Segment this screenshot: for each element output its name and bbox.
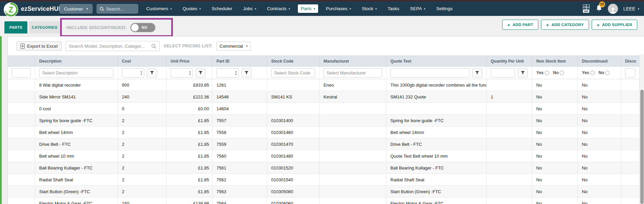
grid-filter-row: ▲▼▲▼▲▼YesNoYesNo [8, 67, 644, 79]
nav-item-contracts[interactable]: Contracts▾ [264, 4, 293, 13]
grid-search-input[interactable] [69, 44, 151, 49]
column-header-discontinued[interactable]: Discontinued [578, 56, 621, 66]
cell-quantity-per-unit: 1 [487, 91, 532, 103]
filter-funnel-button[interactable] [196, 68, 206, 77]
cell-unit-price: £1.85 [166, 174, 212, 185]
nav-item-customers[interactable]: Customers▾ [143, 4, 175, 13]
table-row[interactable]: Electric Motor & Gear -FTC150£138.987564… [8, 198, 644, 204]
cell-cost: 2 [118, 138, 166, 150]
filter-input[interactable] [324, 68, 382, 77]
global-search[interactable] [97, 4, 138, 14]
nav-item-label: Tasks [388, 6, 400, 11]
column-header-manufacturer[interactable]: Manufacturer [319, 56, 386, 66]
nav-item-parts[interactable]: Parts▾ [298, 4, 318, 13]
nav-item-stock[interactable]: Stock▾ [359, 4, 380, 13]
column-header-description[interactable]: Description [35, 56, 118, 66]
filter-input[interactable] [271, 68, 315, 77]
app-logo[interactable]: Z [3, 2, 19, 17]
table-row[interactable]: Drive Belt - FTC2£1.857559010301470Drive… [8, 138, 644, 150]
cell-stock-code [267, 103, 319, 114]
spinner-arrows[interactable]: ▲▼ [189, 70, 191, 75]
table-row[interactable]: Ball Bearing Kullager - FTC2£1.857561010… [8, 162, 644, 174]
cell-quantity-per-unit [487, 174, 532, 185]
radio-button-no[interactable] [605, 71, 610, 75]
row-filter-input[interactable] [12, 68, 31, 77]
cell-stock-code: 010301480 [267, 150, 319, 162]
table-row[interactable]: 0 cost0£0.0014604NoNo [8, 103, 644, 115]
table-row[interactable]: Radial Shaft Seal2£1.857562010301540Radi… [8, 174, 644, 186]
vat-calculator-icon[interactable]: +−×= VAT [582, 4, 590, 13]
nav-item-label: Contracts [267, 6, 287, 11]
filter-input[interactable] [39, 68, 113, 77]
add-button-add-supplier[interactable]: +ADD SUPPLIER [592, 20, 637, 30]
cell-part-id: 7562 [212, 174, 267, 185]
cell-non-stock-item: No [532, 174, 578, 185]
table-row[interactable]: Spring for bone guide -FTC2£1.8575570103… [8, 115, 644, 127]
spinner-arrows[interactable]: ▲▼ [235, 70, 237, 75]
cell-non-stock-item: No [532, 91, 578, 103]
cell-stock-code: 010301460 [267, 127, 319, 138]
vertical-scrollbar[interactable] [639, 54, 644, 204]
nav-item-jobs[interactable]: Jobs▾ [240, 4, 259, 13]
table-row[interactable]: 8 Wat digital recorder900£833.851261Eneo… [8, 79, 644, 91]
search-icon [151, 44, 156, 49]
cell-disco [621, 91, 640, 103]
column-header-disco[interactable]: Disco [621, 56, 640, 66]
table-row[interactable]: Belt wheel 14mm2£1.857558010301460Belt w… [8, 127, 644, 138]
nav-item-sepa[interactable]: SEPA▾ [407, 4, 429, 13]
cell-manufacturer [319, 174, 386, 185]
column-header-unit-price[interactable]: Unit Price [166, 56, 212, 66]
filter-funnel-button[interactable] [241, 68, 252, 77]
grid-search-box[interactable] [66, 41, 160, 51]
column-header-rowhandle[interactable] [8, 56, 35, 66]
spinner-arrows[interactable]: ▲▼ [140, 70, 143, 75]
filter-funnel-button[interactable] [472, 68, 482, 77]
column-header-stock-code[interactable]: Stock Code [267, 56, 319, 66]
add-button-add-category[interactable]: +ADD CATEGORY [541, 20, 589, 30]
scrollbar-thumb[interactable] [640, 90, 644, 204]
cell-quote-text: This 1000gb digital recorder combines al… [386, 79, 487, 91]
filter-input[interactable] [491, 68, 515, 77]
nav-item-purchases[interactable]: Purchases▾ [323, 4, 354, 13]
pricing-list-select[interactable]: Commercial ▾ [216, 42, 251, 51]
export-to-excel-button[interactable]: x Export to Excel [17, 41, 62, 51]
nav-item-tasks[interactable]: Tasks [385, 4, 403, 13]
table-row[interactable]: Start Button (Green) -FTC2£1.85756301030… [8, 186, 644, 198]
filter-input[interactable] [390, 68, 469, 77]
column-header-cost[interactable]: Cost [118, 56, 166, 66]
table-row[interactable]: Belt wheel 10 mm2£1.857560010301480Quote… [8, 150, 644, 162]
toggle-state-label: NO [141, 25, 148, 29]
cell-discontinued: No [578, 174, 621, 185]
tab-categories[interactable]: CATEGORIES [29, 21, 60, 33]
avatar[interactable] [608, 4, 618, 14]
include-discontinued-label: INCLUDE DISCONTINUED: [67, 25, 127, 30]
tab-parts[interactable]: PARTS [4, 21, 27, 33]
cell-disco [621, 150, 640, 162]
user-menu[interactable]: LEEE ▾ [623, 6, 639, 12]
global-search-input[interactable] [106, 6, 133, 12]
add-button-label: ADD CATEGORY [551, 23, 584, 27]
radio-button-yes[interactable] [545, 71, 549, 75]
column-header-quantity-per-unit[interactable]: Quantity Per Unit [487, 56, 532, 66]
column-header-quote-text[interactable]: Quote Text [386, 56, 487, 66]
search-context-selector[interactable]: Customer ▾ [59, 4, 93, 14]
include-discontinued-toggle[interactable]: NO [130, 23, 155, 32]
radio-button-no[interactable] [560, 71, 564, 75]
radio-button-yes[interactable] [590, 71, 595, 75]
add-button-add-part[interactable]: +ADD PART [502, 20, 538, 30]
nav-item-scheduler[interactable]: Scheduler [209, 4, 235, 13]
cell-disco [621, 186, 640, 197]
nav-item-quotes[interactable]: Quotes▾ [180, 4, 204, 13]
filter-funnel-button[interactable] [147, 68, 157, 77]
cell-part-id: 7560 [212, 150, 267, 162]
column-header-non-stock-item[interactable]: Non Stock Item [532, 56, 578, 66]
add-button-label: ADD PART [513, 23, 533, 27]
row-handle [8, 115, 35, 126]
nav-item-settings[interactable]: Settings [433, 4, 456, 13]
notifications-bell[interactable]: 29 [596, 4, 602, 13]
filter-input[interactable] [625, 68, 635, 77]
cell-description: Electric Motor & Gear -FTC [35, 198, 118, 204]
filter-funnel-button[interactable] [518, 68, 528, 77]
table-row[interactable]: Side Mirror SM141240£222.3614546SM141 KS… [8, 91, 644, 103]
column-header-part-id[interactable]: Part ID [212, 56, 267, 66]
